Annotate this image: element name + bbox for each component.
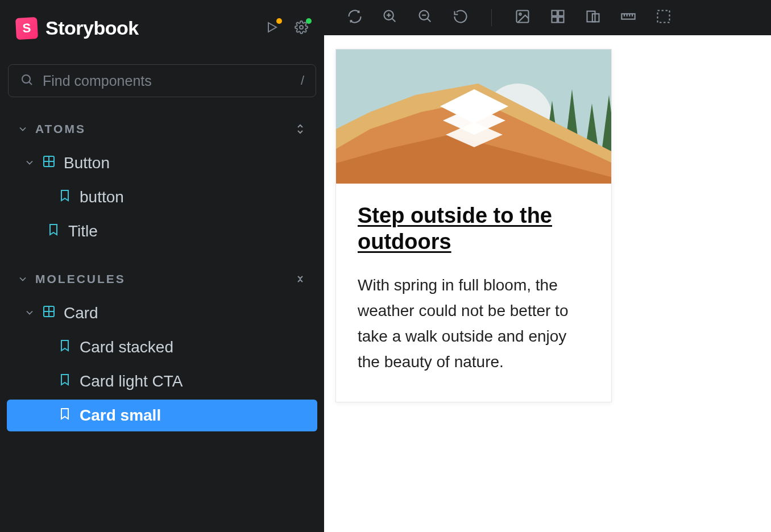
card-title[interactable]: Step outside to the outdoors xyxy=(358,203,590,255)
svg-rect-21 xyxy=(552,17,557,22)
settings-icon[interactable] xyxy=(295,20,308,36)
section-label: ATOMS xyxy=(35,122,86,136)
svg-rect-25 xyxy=(621,14,635,19)
svg-rect-20 xyxy=(558,11,563,16)
tree-label: Card xyxy=(64,304,98,322)
preview-toolbar xyxy=(324,0,771,35)
svg-point-2 xyxy=(22,75,30,83)
bookmark-icon xyxy=(58,406,72,425)
measure-icon[interactable] xyxy=(620,9,636,27)
viewport-icon[interactable] xyxy=(585,9,601,27)
chevron-down-icon xyxy=(17,273,28,285)
zoom-out-icon[interactable] xyxy=(417,9,433,27)
story-card-light-cta[interactable]: Card light CTA xyxy=(7,365,317,397)
tree-label: Button xyxy=(64,154,110,172)
sort-icon[interactable] xyxy=(293,122,307,136)
zoom-reset-icon[interactable] xyxy=(453,9,469,27)
tree-label: button xyxy=(80,188,124,206)
tree-label: Card light CTA xyxy=(80,372,183,390)
bookmark-icon xyxy=(58,188,72,206)
refresh-icon[interactable] xyxy=(347,9,363,27)
chevron-down-icon xyxy=(24,304,34,322)
component-button[interactable]: Button xyxy=(7,147,317,179)
svg-marker-0 xyxy=(268,23,276,32)
collapse-icon[interactable] xyxy=(293,272,307,286)
search-shortcut: / xyxy=(301,73,304,88)
svg-rect-30 xyxy=(658,11,670,23)
tree-label: Card small xyxy=(80,406,161,425)
tree-label: Card stacked xyxy=(80,338,173,356)
svg-line-15 xyxy=(428,19,431,22)
component-icon xyxy=(42,304,56,322)
brand-name: Storybook xyxy=(45,17,139,39)
component-icon xyxy=(42,154,56,172)
bookmark-icon xyxy=(58,338,72,356)
brand-logo: S xyxy=(15,17,38,40)
svg-rect-23 xyxy=(587,11,595,22)
component-title[interactable]: Title xyxy=(7,215,317,247)
story-card-small[interactable]: Card small xyxy=(7,400,317,431)
chevron-down-icon xyxy=(24,154,34,172)
run-icon[interactable] xyxy=(265,20,279,36)
svg-rect-19 xyxy=(552,11,557,16)
separator xyxy=(491,9,492,26)
main: Step outside to the outdoors With spring… xyxy=(324,0,771,532)
preview-card: Step outside to the outdoors With spring… xyxy=(335,49,612,402)
section-molecules[interactable]: MOLECULES xyxy=(0,253,324,292)
sidebar: S Storybook / ATOMS xyxy=(0,0,324,532)
component-card[interactable]: Card xyxy=(7,297,317,329)
bookmark-icon xyxy=(47,222,60,240)
story-card-stacked[interactable]: Card stacked xyxy=(7,331,317,363)
image-icon[interactable] xyxy=(515,9,530,27)
outline-icon[interactable] xyxy=(656,9,671,27)
card-text: With spring in full bloom, the weather c… xyxy=(358,273,590,375)
story-button[interactable]: button xyxy=(7,181,317,213)
svg-rect-24 xyxy=(592,14,599,22)
search-icon xyxy=(20,73,34,89)
svg-rect-22 xyxy=(558,17,563,22)
brand: S Storybook xyxy=(0,17,324,52)
search-bar[interactable]: / xyxy=(8,64,316,97)
section-label: MOLECULES xyxy=(35,272,126,286)
zoom-in-icon[interactable] xyxy=(382,9,398,27)
tree-label: Title xyxy=(68,222,98,240)
svg-line-11 xyxy=(392,19,396,22)
search-input[interactable] xyxy=(43,73,292,89)
chevron-down-icon xyxy=(17,123,28,135)
svg-line-3 xyxy=(30,82,32,85)
svg-point-1 xyxy=(300,26,303,29)
card-image xyxy=(336,49,611,184)
grid-icon[interactable] xyxy=(550,9,566,27)
section-atoms[interactable]: ATOMS xyxy=(0,103,324,142)
canvas: Step outside to the outdoors With spring… xyxy=(324,35,771,532)
svg-point-18 xyxy=(519,13,521,15)
bookmark-icon xyxy=(58,372,72,390)
